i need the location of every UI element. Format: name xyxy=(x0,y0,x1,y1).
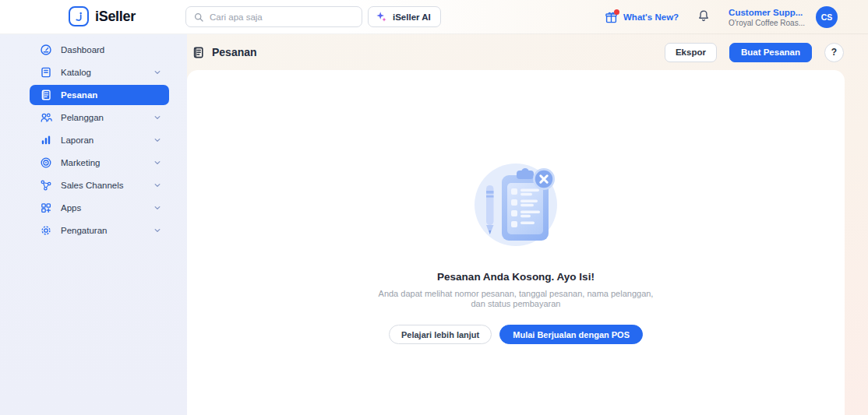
main-area: Pesanan Ekspor Buat Pesanan ? xyxy=(187,34,868,415)
search-icon xyxy=(193,12,204,23)
page-titlebar: Pesanan Ekspor Buat Pesanan ? xyxy=(187,34,868,70)
iseller-logo-icon xyxy=(69,6,89,26)
empty-state: Pesanan Anda Kosong. Ayo Isi! Anda dapat… xyxy=(187,70,845,344)
chevron-down-icon xyxy=(153,69,161,76)
network-icon xyxy=(40,179,52,192)
sidebar-item-label: Pengaturan xyxy=(61,226,145,235)
avatar-initials: CS xyxy=(821,12,833,22)
header-right-cluster: What's New? Customer Supp... O'royal Cof… xyxy=(605,0,838,34)
empty-state-title: Pesanan Anda Kosong. Ayo Isi! xyxy=(437,271,595,283)
sidebar-item-label: Pesanan xyxy=(61,90,161,100)
chevron-down-icon xyxy=(153,181,161,189)
notifications-bell-icon[interactable] xyxy=(697,9,710,26)
chart-icon xyxy=(40,134,52,146)
create-order-button[interactable]: Buat Pesanan xyxy=(729,43,812,62)
learn-more-button[interactable]: Pelajari lebih lanjut xyxy=(389,325,492,344)
start-selling-pos-button[interactable]: Mulai Berjualan dengan POS xyxy=(499,325,643,344)
sidebar-item-label: Katalog xyxy=(61,68,145,77)
sidebar-item-pelanggan[interactable]: Pelanggan xyxy=(30,107,169,128)
empty-state-description: Anda dapat melihat nomor pesanan, tangga… xyxy=(379,289,654,309)
sidebar-item-apps[interactable]: Apps xyxy=(30,198,169,218)
users-icon xyxy=(40,111,52,124)
chevron-down-icon xyxy=(153,159,161,167)
chevron-down-icon xyxy=(153,114,161,121)
sidebar: Dashboard Katalog Pesana xyxy=(0,34,187,415)
sidebar-item-label: Laporan xyxy=(61,135,145,145)
iseller-ai-button[interactable]: iSeller AI xyxy=(368,6,441,27)
gauge-icon xyxy=(40,44,52,56)
empty-state-actions: Pelajari lebih lanjut Mulai Berjualan de… xyxy=(389,325,643,344)
sidebar-item-sales-channels[interactable]: Sales Channels xyxy=(30,175,169,195)
gear-icon xyxy=(40,224,52,237)
sidebar-item-label: Sales Channels xyxy=(61,181,145,190)
sidebar-item-label: Marketing xyxy=(61,158,145,167)
content-card: Pesanan Anda Kosong. Ayo Isi! Anda dapat… xyxy=(187,70,845,415)
whats-new-label: What's New? xyxy=(623,12,679,22)
sidebar-item-label: Apps xyxy=(61,203,145,213)
export-button[interactable]: Ekspor xyxy=(665,43,717,62)
empty-state-description-line2: dan status pembayaran xyxy=(379,299,654,309)
chevron-down-icon xyxy=(153,204,161,212)
sidebar-item-dashboard[interactable]: Dashboard xyxy=(30,40,169,60)
empty-state-description-line1: Anda dapat melihat nomor pesanan, tangga… xyxy=(379,289,654,299)
whats-new[interactable]: What's New? xyxy=(605,11,679,24)
grid-icon xyxy=(40,202,52,214)
account-name: Customer Supp... xyxy=(729,8,805,17)
gift-icon xyxy=(605,11,618,24)
logo[interactable]: iSeller xyxy=(69,6,136,26)
chevron-down-icon xyxy=(153,136,161,144)
top-header: iSeller iSeller AI xyxy=(0,0,868,34)
avatar[interactable]: CS xyxy=(816,6,838,28)
empty-clipboard-illustration xyxy=(468,159,564,252)
search-input[interactable] xyxy=(210,12,355,22)
account-store: O'royal Coffee Roas... xyxy=(729,19,805,27)
receipt-icon xyxy=(40,89,52,101)
account-menu[interactable]: Customer Supp... O'royal Coffee Roas... xyxy=(729,8,805,27)
sidebar-item-label: Dashboard xyxy=(61,45,161,55)
sidebar-nav: Dashboard Katalog Pesana xyxy=(0,34,187,241)
notification-dot xyxy=(614,9,619,15)
sparkle-icon xyxy=(376,11,387,23)
sidebar-item-laporan[interactable]: Laporan xyxy=(30,130,169,150)
page-title: Pesanan xyxy=(212,46,257,58)
global-search[interactable] xyxy=(185,6,362,27)
sidebar-item-pengaturan[interactable]: Pengaturan xyxy=(30,220,169,241)
chevron-down-icon xyxy=(153,227,161,234)
book-icon xyxy=(40,66,52,79)
page-title-receipt-icon xyxy=(192,46,205,59)
sidebar-item-label: Pelanggan xyxy=(61,113,145,122)
sidebar-item-pesanan[interactable]: Pesanan xyxy=(30,85,169,105)
ai-button-label: iSeller AI xyxy=(393,12,431,22)
logo-text: iSeller xyxy=(95,9,136,25)
sidebar-item-katalog[interactable]: Katalog xyxy=(30,62,169,83)
target-icon xyxy=(40,157,52,169)
sidebar-item-marketing[interactable]: Marketing xyxy=(30,153,169,173)
help-button[interactable]: ? xyxy=(824,43,844,62)
